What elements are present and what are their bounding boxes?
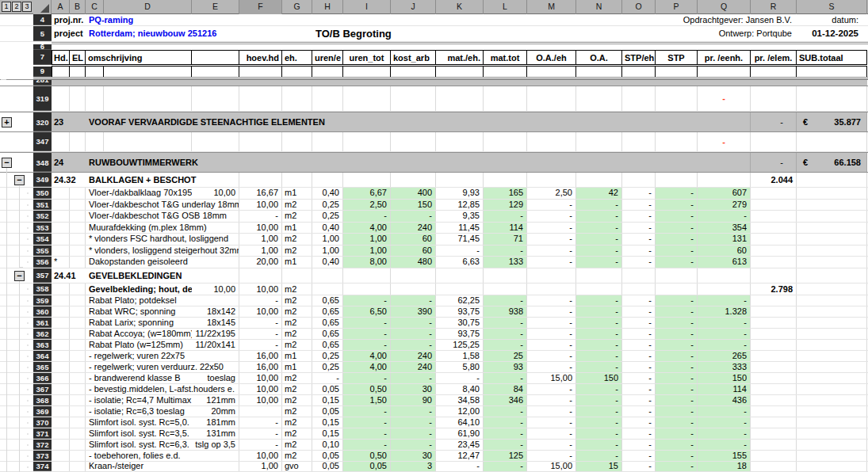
cell-P371[interactable]: -	[656, 428, 698, 439]
cell-H357[interactable]	[312, 268, 343, 283]
cell-Q361[interactable]: -	[698, 318, 751, 328]
cell-desc-353[interactable]: Muurafdekking (m.plex 18mm)	[86, 223, 239, 234]
cell-frame[interactable]	[104, 67, 192, 77]
cell-R360[interactable]	[751, 306, 797, 317]
cell-O357[interactable]	[622, 268, 656, 283]
cell-section-total[interactable]: €66.158	[797, 153, 867, 172]
cell-Q369[interactable]: -	[698, 406, 751, 417]
row-header-370[interactable]: 370	[33, 417, 52, 428]
row-header-4[interactable]: 4	[33, 14, 52, 25]
cell-M374[interactable]: 15,00	[527, 462, 576, 471]
cell-F369[interactable]	[239, 406, 282, 417]
cell-N361[interactable]: -	[576, 318, 622, 328]
cell-frame[interactable]	[52, 67, 70, 77]
cell-A359[interactable]	[52, 295, 70, 306]
cell-M361[interactable]: -	[527, 318, 576, 328]
cell-M366[interactable]: 15,00	[527, 373, 576, 383]
cell-B373[interactable]	[70, 451, 86, 461]
cell-E360[interactable]: 18x142	[192, 306, 239, 317]
cell-P369[interactable]: -	[656, 406, 698, 417]
row-header-357[interactable]: 357	[33, 268, 52, 283]
cell-K353[interactable]: 11,45	[436, 223, 484, 234]
cell-I354[interactable]: 1,00	[343, 234, 391, 245]
cell-frame[interactable]	[622, 67, 656, 77]
header-cell-C[interactable]: omschrijving	[86, 51, 192, 64]
cell-H366[interactable]: -	[312, 373, 343, 383]
cell-frame[interactable]	[86, 67, 104, 77]
cell-H370[interactable]: 0,15	[312, 417, 343, 428]
cell-frame[interactable]	[312, 67, 343, 77]
cell-empty-319[interactable]	[622, 86, 656, 111]
column-header-Q[interactable]: Q	[698, 0, 751, 14]
cell-Q371[interactable]: -	[698, 428, 751, 439]
cell-F370[interactable]: -	[239, 417, 282, 428]
cell-Q356[interactable]: 613	[698, 257, 751, 268]
cell-frame[interactable]	[656, 67, 698, 77]
cell-E361[interactable]: 18x145	[192, 318, 239, 328]
cell-desc-356[interactable]: Dakopstanden geisoleerd	[86, 257, 239, 268]
cell-L360[interactable]: 938	[484, 306, 527, 317]
cell-S361[interactable]	[797, 318, 867, 328]
cell-K368[interactable]: 34,58	[436, 395, 484, 405]
cell-F374[interactable]: 1,00	[239, 462, 282, 471]
cell-B366[interactable]	[70, 373, 86, 383]
cell-G366[interactable]: m2	[282, 373, 312, 383]
cell-desc-371[interactable]: Slimfort isol. syst. Rc=3,5.	[86, 428, 192, 439]
cell-desc-354[interactable]: * vlonders FSC hardhout, losliggend	[86, 234, 239, 245]
cell-R351[interactable]	[751, 200, 797, 211]
cell-ontwerp[interactable]: Ontwerp: Portqube	[555, 26, 795, 41]
row-header-361[interactable]: 361	[33, 318, 52, 328]
cell-N354[interactable]: -	[576, 234, 622, 245]
cell-R350[interactable]	[751, 188, 797, 199]
cell-empty-319[interactable]	[104, 86, 192, 111]
cell-L358[interactable]	[484, 284, 527, 295]
cell-R374[interactable]	[751, 462, 797, 471]
header-cell-M[interactable]: O.A./eh	[527, 51, 576, 64]
cell-desc-373[interactable]: - toebehoren, folies e.d.	[86, 451, 239, 461]
cell-A350[interactable]	[52, 188, 70, 199]
column-header-O[interactable]: O	[622, 0, 656, 14]
cell-G365[interactable]: m1	[282, 362, 312, 372]
column-header-G[interactable]: G	[282, 0, 312, 14]
header-cell-S[interactable]: SUB.totaal	[797, 51, 867, 64]
cell-G351[interactable]: m2	[282, 200, 312, 211]
cell-desc-364[interactable]: - regelwerk; vuren 22x75	[86, 351, 239, 361]
column-header-E[interactable]: E	[192, 0, 239, 14]
cell-M353[interactable]: -	[527, 223, 576, 234]
cell-S369[interactable]	[797, 406, 867, 417]
cell-N373[interactable]: -	[576, 451, 622, 461]
column-header-K[interactable]: K	[436, 0, 484, 14]
cell-empty-347[interactable]	[343, 132, 391, 151]
cell-Q373[interactable]: 155	[698, 451, 751, 461]
cell-P351[interactable]: -	[656, 200, 698, 211]
cell-S352[interactable]	[797, 211, 867, 222]
cell-G359[interactable]: m2	[282, 295, 312, 306]
cell-empty-319[interactable]	[52, 86, 70, 111]
cell-H352[interactable]: 0,25	[312, 211, 343, 222]
cell-K356[interactable]: 6,63	[436, 257, 484, 268]
cell-F373[interactable]: 10,00	[239, 451, 282, 461]
cell-F360[interactable]: 10,00	[239, 306, 282, 317]
cell-H355[interactable]: 1,00	[312, 246, 343, 257]
outline-expand-button-row320[interactable]: +	[2, 117, 12, 128]
cell-desc-358[interactable]: Gevelbekleding; hout, de	[86, 284, 192, 295]
cell-R369[interactable]	[751, 406, 797, 417]
cell-group-title[interactable]: GEVELBEKLEDINGEN	[86, 268, 239, 283]
cell-M356[interactable]: -	[527, 257, 576, 268]
cell-B358[interactable]	[70, 284, 86, 295]
cell-J350[interactable]: 400	[391, 188, 436, 199]
cell-A365[interactable]	[52, 362, 70, 372]
cell-O364[interactable]: -	[622, 351, 656, 361]
cell-Q-319[interactable]: -	[698, 86, 751, 111]
cell-I356[interactable]: 8,00	[343, 257, 391, 268]
outline-collapse-button-row348[interactable]: −	[2, 158, 12, 168]
cell-F357[interactable]	[239, 268, 282, 283]
cell-B362[interactable]	[70, 329, 86, 339]
row-header-350[interactable]: 350	[33, 188, 52, 199]
cell-L369[interactable]: -	[484, 406, 527, 417]
cell-A374[interactable]	[52, 462, 70, 471]
cell-R366[interactable]	[751, 373, 797, 383]
column-header-B[interactable]: B	[70, 0, 86, 14]
cell-H353[interactable]: 0,40	[312, 223, 343, 234]
cell-O370[interactable]: -	[622, 417, 656, 428]
